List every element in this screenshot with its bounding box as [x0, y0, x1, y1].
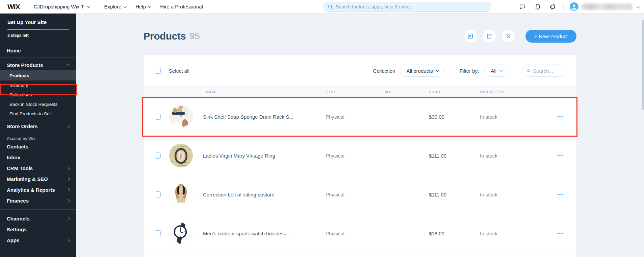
row-checkbox[interactable]	[155, 230, 161, 236]
sidebar-item-marketing-seo[interactable]: Marketing & SEO	[0, 173, 76, 184]
sidebar-item-label: Inventory	[9, 83, 28, 88]
select-all-checkbox[interactable]	[155, 68, 161, 74]
ring-product-image	[169, 144, 193, 167]
automations-button[interactable]	[502, 30, 515, 43]
row-actions-menu[interactable]	[555, 192, 565, 197]
filter-dropdown[interactable]: All	[484, 65, 508, 77]
chevron-down-icon	[637, 5, 640, 8]
sidebar-item-channels[interactable]: Channels	[0, 213, 76, 224]
filter-by-label: Filter by:	[460, 68, 479, 74]
chevron-down-icon	[148, 5, 151, 8]
chat-icon	[519, 3, 526, 10]
collection-label: Collection	[373, 68, 395, 74]
sidebar-item-label: CRM Tools	[7, 165, 33, 171]
import-icon	[467, 33, 473, 39]
sidebar-item-store-products[interactable]: Store Products	[0, 60, 76, 70]
product-name[interactable]: Sink Shelf Soap Sponge Drain Rack S...	[203, 114, 293, 120]
row-actions-menu[interactable]	[555, 153, 565, 158]
sidebar-item-analytics-reports[interactable]: Analytics & Reports	[0, 184, 76, 195]
sidebar-item-contacts[interactable]: Contacts	[0, 141, 76, 152]
row-actions-menu[interactable]	[555, 231, 565, 236]
product-name[interactable]: Men's outdoor sports watch business...	[203, 231, 290, 236]
table-row[interactable]: Correction belt of sitting posture Physi…	[144, 175, 576, 214]
nav-help-label: Help	[135, 4, 146, 9]
notifications-button[interactable]	[535, 3, 541, 10]
sidebar-item-collections[interactable]: Collections	[0, 90, 76, 99]
sidebar-item-store-orders[interactable]: Store Orders	[0, 120, 76, 132]
setup-progress-fill	[7, 29, 41, 30]
product-inventory: In stock	[480, 114, 497, 120]
header-actions: + New Product	[464, 30, 576, 43]
divider	[0, 43, 76, 43]
row-checkbox[interactable]	[155, 191, 161, 197]
row-checkbox[interactable]	[155, 153, 161, 159]
global-search-input[interactable]	[336, 4, 484, 9]
account-menu[interactable]	[570, 2, 639, 11]
user-name-redacted	[582, 4, 632, 10]
sidebar-item-products[interactable]: Products	[0, 70, 76, 80]
chevron-down-icon	[499, 69, 502, 72]
sidebar-item-crm-tools[interactable]: CRM Tools	[0, 163, 76, 173]
sidebar-item-inbox[interactable]: Inbox	[0, 152, 76, 163]
page-scrollbar[interactable]	[642, 20, 644, 110]
nav-hire-a-professional[interactable]: Hire a Professional	[160, 4, 203, 9]
sidebar-item-finances[interactable]: Finances	[0, 195, 76, 206]
sidebar-item-find-products-to-sell[interactable]: Find Products to Sell	[0, 109, 76, 118]
product-type: Physical	[326, 231, 344, 236]
product-price: $111.00	[429, 153, 446, 159]
row-checkbox[interactable]	[155, 114, 161, 120]
sidebar-item-label: Store Orders	[7, 123, 38, 129]
chevron-right-icon	[67, 199, 70, 202]
sidebar-item-back-in-stock-requests[interactable]: Back in Stock Requests	[0, 99, 76, 109]
sidebar-item-label: Contacts	[7, 144, 28, 149]
column-header-type: TYPE	[326, 90, 337, 94]
divider	[97, 0, 97, 14]
sidebar-item-label: Finances	[7, 198, 29, 204]
collection-dropdown[interactable]: All products	[400, 65, 444, 77]
export-button[interactable]	[483, 30, 496, 43]
nav-hire-label: Hire a Professional	[160, 4, 203, 9]
site-selector[interactable]: CJDropshipping Wix T	[26, 0, 97, 14]
chevron-right-icon	[67, 238, 70, 242]
new-product-button[interactable]: + New Product	[525, 30, 576, 43]
updates-button[interactable]	[549, 3, 557, 10]
product-name[interactable]: Correction belt of sitting posture	[203, 192, 275, 197]
chevron-right-icon	[67, 177, 70, 181]
chevron-right-icon	[67, 124, 70, 128]
chat-button[interactable]	[519, 3, 526, 10]
sidebar-item-settings[interactable]: Settings	[0, 224, 76, 235]
nav-explore-label: Explore	[104, 4, 121, 9]
product-count: 95	[189, 31, 200, 42]
column-header-price: PRICE	[429, 90, 442, 94]
sidebar-item-inventory[interactable]: Inventory	[0, 80, 76, 90]
sink-shelf-product-image	[169, 105, 193, 128]
product-name[interactable]: Ladies Virgin Mary Vintage Ring	[203, 153, 275, 159]
bell-icon	[535, 3, 541, 10]
page-header: Products 95 + New Produ	[144, 26, 576, 46]
global-search[interactable]	[324, 2, 491, 12]
main-content: Products 95 + New Produ	[76, 14, 644, 257]
table-search-input[interactable]	[533, 68, 561, 74]
nav-explore[interactable]: Explore	[104, 4, 126, 9]
product-image	[169, 221, 193, 245]
row-actions-menu[interactable]	[555, 114, 565, 119]
table-row[interactable]: Ladies Virgin Mary Vintage Ring Physical…	[144, 136, 576, 175]
sidebar-item-label: Products	[9, 73, 29, 78]
table-row[interactable]: Men's outdoor sports watch business... P…	[144, 214, 576, 253]
collection-value: All products	[406, 68, 433, 74]
person-icon	[570, 2, 578, 11]
sidebar-item-apps[interactable]: Apps	[0, 235, 76, 246]
nav-help[interactable]: Help	[135, 4, 151, 9]
sidebar-item-label: Settings	[7, 227, 27, 232]
table-search[interactable]	[522, 65, 566, 77]
sidebar-item-label: Apps	[7, 237, 20, 243]
chevron-right-icon	[67, 166, 70, 170]
product-image	[169, 183, 193, 206]
wix-logo[interactable]: WiX	[7, 3, 20, 11]
sidebar-item-home[interactable]: Home	[0, 45, 76, 56]
import-button[interactable]	[464, 30, 477, 43]
setup-title: Set Up Your Site	[7, 19, 69, 25]
setup-section[interactable]: Set Up Your Site 3 steps left	[0, 14, 76, 43]
shuffle-arrows-icon	[505, 33, 512, 39]
table-row[interactable]: Sink Shelf Soap Sponge Drain Rack S... P…	[144, 97, 576, 136]
